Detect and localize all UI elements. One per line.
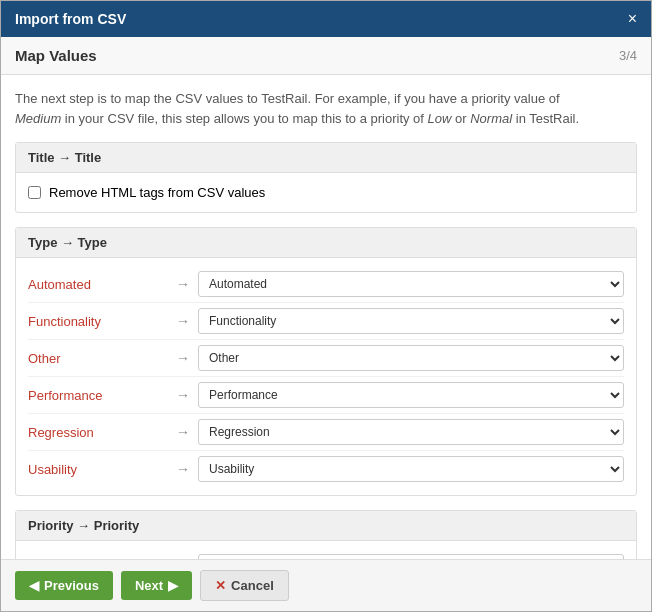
type-section: Type → Type Automated→AutomatedFunctiona… <box>15 227 637 496</box>
previous-button[interactable]: ◀ Previous <box>15 571 113 600</box>
type-label: Other <box>28 351 168 366</box>
type-select[interactable]: AutomatedFunctionalityOtherPerformanceRe… <box>198 419 624 445</box>
description-text: The next step is to map the CSV values t… <box>15 89 637 128</box>
type-select[interactable]: AutomatedFunctionalityOtherPerformanceRe… <box>198 345 624 371</box>
next-button[interactable]: Next ▶ <box>121 571 192 600</box>
type-select[interactable]: AutomatedFunctionalityOtherPerformanceRe… <box>198 456 624 482</box>
type-label: Performance <box>28 388 168 403</box>
cancel-button[interactable]: ✕ Cancel <box>200 570 289 601</box>
medium-text: Medium <box>15 111 61 126</box>
section-title: Map Values <box>15 47 97 64</box>
type-mapping-row: Regression→AutomatedFunctionalityOtherPe… <box>28 414 624 451</box>
type-mapping-row: Functionality→AutomatedFunctionalityOthe… <box>28 303 624 340</box>
arrow-icon: → <box>168 424 198 440</box>
title-section-body: Remove HTML tags from CSV values <box>16 173 636 212</box>
arrow-icon: → <box>168 461 198 477</box>
priority-mapping-row: High→1 - Don't Test2 - Low3 - Test If Ti… <box>28 549 624 559</box>
type-label: Functionality <box>28 314 168 329</box>
import-dialog: Import from CSV × Map Values 3/4 The nex… <box>0 0 652 612</box>
type-label: Automated <box>28 277 168 292</box>
type-mapping-row: Usability→AutomatedFunctionalityOtherPer… <box>28 451 624 487</box>
arrow-icon: → <box>168 313 198 329</box>
next-label: Next <box>135 578 163 593</box>
close-button[interactable]: × <box>628 11 637 27</box>
cancel-icon: ✕ <box>215 578 226 593</box>
type-section-header: Type → Type <box>16 228 636 258</box>
remove-html-row: Remove HTML tags from CSV values <box>28 181 624 204</box>
arrow-icon: → <box>168 276 198 292</box>
arrow-icon: → <box>168 387 198 403</box>
arrow-icon: → <box>168 350 198 366</box>
priority-section: Priority → Priority High→1 - Don't Test2… <box>15 510 637 559</box>
type-select[interactable]: AutomatedFunctionalityOtherPerformanceRe… <box>198 271 624 297</box>
prev-label: Previous <box>44 578 99 593</box>
next-icon: ▶ <box>168 578 178 593</box>
type-label: Regression <box>28 425 168 440</box>
type-mapping-row: Other→AutomatedFunctionalityOtherPerform… <box>28 340 624 377</box>
dialog-body: The next step is to map the CSV values t… <box>1 75 651 559</box>
remove-html-label: Remove HTML tags from CSV values <box>49 185 265 200</box>
type-label: Usability <box>28 462 168 477</box>
normal-text: Normal <box>470 111 512 126</box>
type-section-body: Automated→AutomatedFunctionalityOtherPer… <box>16 258 636 495</box>
title-bar: Map Values 3/4 <box>1 37 651 75</box>
priority-section-header: Priority → Priority <box>16 511 636 541</box>
remove-html-checkbox[interactable] <box>28 186 41 199</box>
dialog-header: Import from CSV × <box>1 1 651 37</box>
type-select[interactable]: AutomatedFunctionalityOtherPerformanceRe… <box>198 382 624 408</box>
dialog-title: Import from CSV <box>15 11 126 27</box>
type-mapping-row: Performance→AutomatedFunctionalityOtherP… <box>28 377 624 414</box>
dialog-footer: ◀ Previous Next ▶ ✕ Cancel <box>1 559 651 611</box>
title-section-header: Title → Title <box>16 143 636 173</box>
step-indicator: 3/4 <box>619 48 637 63</box>
low-text: Low <box>428 111 452 126</box>
type-mapping-row: Automated→AutomatedFunctionalityOtherPer… <box>28 266 624 303</box>
type-select[interactable]: AutomatedFunctionalityOtherPerformanceRe… <box>198 308 624 334</box>
title-section: Title → Title Remove HTML tags from CSV … <box>15 142 637 213</box>
prev-icon: ◀ <box>29 578 39 593</box>
cancel-label: Cancel <box>231 578 274 593</box>
priority-section-body: High→1 - Don't Test2 - Low3 - Test If Ti… <box>16 541 636 559</box>
